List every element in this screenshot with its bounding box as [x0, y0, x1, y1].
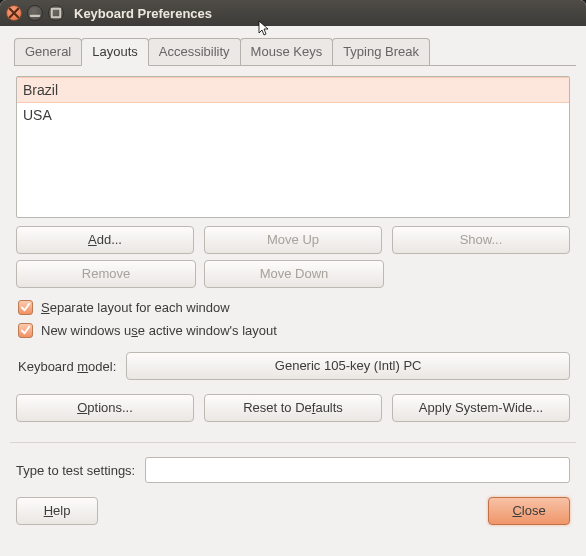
tab-layouts[interactable]: Layouts [81, 38, 149, 66]
help-button[interactable]: Help [16, 497, 98, 525]
type-to-test-input[interactable] [145, 457, 570, 483]
minimize-window-icon[interactable] [27, 5, 43, 21]
new-windows-label: New windows use active window's layout [41, 323, 277, 338]
remove-button[interactable]: Remove [16, 260, 196, 288]
list-item[interactable]: Brazil [17, 77, 569, 103]
move-up-button[interactable]: Move Up [204, 226, 382, 254]
window: Keyboard Preferences General Layouts Acc… [0, 0, 586, 556]
reset-defaults-button[interactable]: Reset to Defaults [204, 394, 382, 422]
window-title: Keyboard Preferences [74, 6, 212, 21]
move-down-button[interactable]: Move Down [204, 260, 384, 288]
content-area: General Layouts Accessibility Mouse Keys… [0, 26, 586, 535]
titlebar: Keyboard Preferences [0, 0, 586, 26]
tab-mouse-keys[interactable]: Mouse Keys [240, 38, 334, 65]
window-buttons [6, 5, 64, 21]
show-button[interactable]: Show... [392, 226, 570, 254]
keyboard-model-button[interactable]: Generic 105-key (Intl) PC [126, 352, 570, 380]
tabs: General Layouts Accessibility Mouse Keys… [14, 38, 576, 66]
layout-list[interactable]: Brazil USA [16, 76, 570, 218]
svg-rect-0 [52, 9, 60, 17]
tab-typing-break[interactable]: Typing Break [332, 38, 430, 65]
tab-accessibility[interactable]: Accessibility [148, 38, 241, 65]
list-item[interactable]: USA [17, 103, 569, 127]
separate-layout-checkbox[interactable] [18, 300, 33, 315]
tab-panel-layouts: Brazil USA Add... Move Up Show... Remove… [10, 66, 576, 426]
type-to-test-label: Type to test settings: [16, 463, 135, 478]
separator [10, 442, 576, 443]
maximize-window-icon[interactable] [48, 5, 64, 21]
add-button[interactable]: Add... [16, 226, 194, 254]
new-windows-checkbox[interactable] [18, 323, 33, 338]
apply-system-wide-button[interactable]: Apply System-Wide... [392, 394, 570, 422]
keyboard-model-label: Keyboard model: [18, 359, 116, 374]
separate-layout-label: Separate layout for each window [41, 300, 230, 315]
close-button[interactable]: Close [488, 497, 570, 525]
close-window-icon[interactable] [6, 5, 22, 21]
tab-general[interactable]: General [14, 38, 82, 65]
options-button[interactable]: Options... [16, 394, 194, 422]
